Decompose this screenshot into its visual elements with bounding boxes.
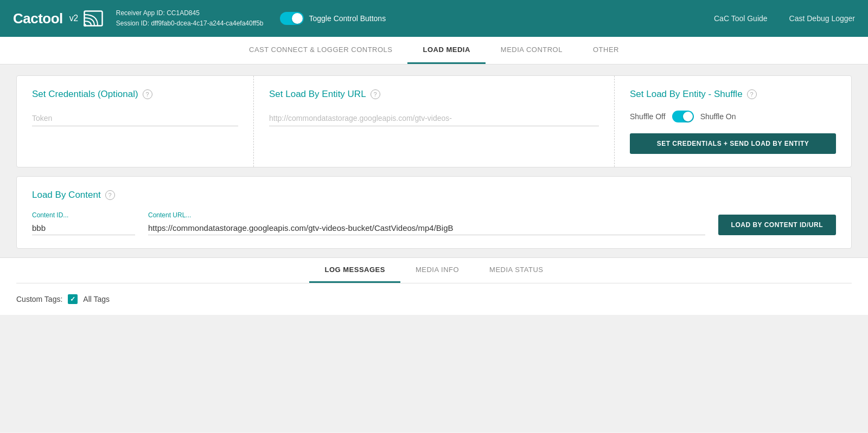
- shuffle-toggle-row: Shuffle Off Shuffle On: [630, 111, 836, 122]
- shuffle-off-label: Shuffle Off: [630, 112, 666, 121]
- entity-shuffle-card-title: Set Load By Entity - Shuffle ?: [630, 89, 836, 100]
- set-credentials-send-load-by-entity-button[interactable]: SET CREDENTIALS + SEND LOAD BY ENTITY: [630, 133, 836, 154]
- toggle-control-buttons-switch[interactable]: [280, 12, 304, 25]
- custom-tags-label: Custom Tags:: [16, 295, 62, 303]
- tab-other[interactable]: OTHER: [578, 37, 634, 64]
- content-id-label: Content ID...: [32, 211, 135, 219]
- entity-url-input[interactable]: [269, 111, 599, 126]
- content-url-input[interactable]: [148, 221, 705, 235]
- entity-shuffle-help-icon[interactable]: ?: [747, 89, 757, 99]
- credentials-card: Set Credentials (Optional) ?: [17, 76, 254, 167]
- content-row: Content ID... Content URL... LOAD BY CON…: [32, 211, 836, 235]
- content-id-input[interactable]: [32, 221, 135, 235]
- credentials-help-icon[interactable]: ?: [143, 89, 152, 99]
- header-nav: CaC Tool Guide Cast Debug Logger: [714, 14, 855, 23]
- log-messages-content: Custom Tags: All Tags: [16, 283, 852, 315]
- app-logo: Cactool v2: [13, 10, 103, 27]
- toggle-control-buttons-label: Toggle Control Buttons: [309, 14, 386, 23]
- load-by-content-help-icon[interactable]: ?: [105, 190, 115, 200]
- all-tags-label: All Tags: [83, 295, 110, 303]
- credentials-card-title: Set Credentials (Optional) ?: [32, 89, 238, 100]
- app-header: Cactool v2 Receiver App ID: CC1AD845 Ses…: [0, 0, 868, 37]
- cast-icon: [84, 10, 103, 27]
- session-id: Session ID: dff9fab0-dcea-4c17-a244-ca4e…: [116, 18, 264, 29]
- entity-url-card-title: Set Load By Entity URL ?: [269, 89, 599, 100]
- entity-url-card: Set Load By Entity URL ?: [254, 76, 615, 167]
- svg-point-1: [84, 24, 86, 27]
- top-card-row: Set Credentials (Optional) ? Set Load By…: [16, 75, 852, 167]
- session-info: Receiver App ID: CC1AD845 Session ID: df…: [116, 8, 264, 29]
- app-name: Cactool: [13, 10, 63, 27]
- tab-cast-connect[interactable]: CAST CONNECT & LOGGER CONTROLS: [234, 37, 407, 64]
- custom-tags-row: Custom Tags: All Tags: [16, 294, 852, 304]
- tab-load-media[interactable]: LOAD MEDIA: [407, 37, 485, 64]
- content-url-label: Content URL...: [148, 211, 705, 219]
- bottom-section: LOG MESSAGES MEDIA INFO MEDIA STATUS Cus…: [0, 257, 868, 315]
- content-id-field: Content ID...: [32, 211, 135, 235]
- tab-log-messages[interactable]: LOG MESSAGES: [309, 258, 400, 283]
- entity-shuffle-card: Set Load By Entity - Shuffle ? Shuffle O…: [615, 76, 851, 167]
- bottom-tabs: LOG MESSAGES MEDIA INFO MEDIA STATUS: [16, 258, 852, 283]
- token-input[interactable]: [32, 111, 238, 126]
- load-by-content-card: Load By Content ? Content ID... Content …: [16, 176, 852, 249]
- main-content: Set Credentials (Optional) ? Set Load By…: [0, 64, 868, 432]
- receiver-app-id: Receiver App ID: CC1AD845: [116, 8, 264, 18]
- shuffle-on-label: Shuffle On: [700, 112, 736, 121]
- main-tabs: CAST CONNECT & LOGGER CONTROLS LOAD MEDI…: [0, 37, 868, 64]
- nav-cac-tool-guide[interactable]: CaC Tool Guide: [714, 14, 768, 23]
- toggle-control-buttons-section: Toggle Control Buttons: [280, 12, 386, 25]
- app-version: v2: [69, 14, 78, 23]
- shuffle-toggle-switch[interactable]: [672, 111, 694, 122]
- load-by-content-title: Load By Content ?: [32, 190, 836, 201]
- tab-media-info[interactable]: MEDIA INFO: [400, 258, 474, 283]
- all-tags-checkbox[interactable]: [68, 294, 78, 304]
- nav-cast-debug-logger[interactable]: Cast Debug Logger: [789, 14, 855, 23]
- content-url-field: Content URL...: [148, 211, 705, 235]
- entity-url-help-icon[interactable]: ?: [371, 89, 380, 99]
- tab-media-status[interactable]: MEDIA STATUS: [474, 258, 558, 283]
- load-by-content-id-url-button[interactable]: LOAD BY CONTENT ID/URL: [718, 215, 836, 235]
- tab-media-control[interactable]: MEDIA CONTROL: [486, 37, 578, 64]
